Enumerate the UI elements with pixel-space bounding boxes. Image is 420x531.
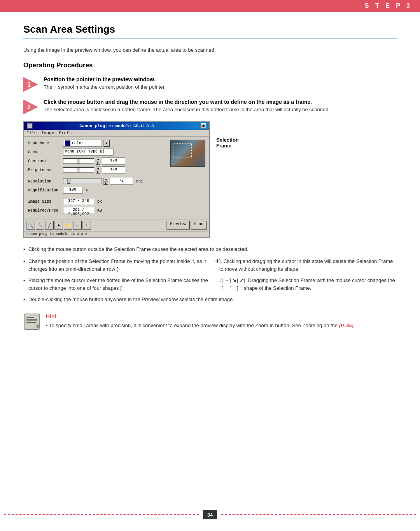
preview-placeholder <box>171 140 205 167</box>
magnification-control: 100 % <box>63 187 167 194</box>
bullet-2: Change the position of the Selection Fra… <box>23 258 397 273</box>
dialog-title: Canon plug-in module CS-U 3.3 <box>33 124 201 128</box>
page-number: 34 <box>203 510 217 519</box>
image-preview <box>170 140 205 167</box>
scan-btn[interactable]: Scan <box>191 221 207 230</box>
required-free-value: 261 / 2,095,992 <box>63 207 94 214</box>
dialog-toolbar: 🔍 🔍 ╱ ▲ 📁 ⇦ ⇩ Preview Scan <box>24 219 209 231</box>
gamma-control: Menu (CRT Type B) <box>63 149 167 156</box>
step-2-icon: 2 <box>23 100 38 114</box>
hint-text: • To specify small areas with precision,… <box>46 322 355 329</box>
menu-image[interactable]: Image <box>41 131 54 135</box>
step-2-title: Click the mouse button and drag the mous… <box>44 99 330 105</box>
resolution-row: Resolution ◄ ► 72 dpi <box>28 178 167 185</box>
brightness-label: Brightness <box>28 168 63 172</box>
required-free-label: Required/Free <box>28 209 63 213</box>
contrast-row: Contrast ◄ ► 128 <box>28 158 167 165</box>
dropdown-arrow[interactable]: ▼ <box>103 140 110 147</box>
page-title: Scan Area Settings <box>23 23 397 35</box>
contrast-arrows[interactable]: ◄ ► <box>96 158 100 165</box>
image-size-control: 357 × 248 px <box>63 198 167 205</box>
fill-btn[interactable]: ▲ <box>54 221 63 230</box>
intro-text: Using the image in the preview window, y… <box>23 47 397 53</box>
dialog-titlebar: _ Canon plug-in module CS-U 3.3 ■ <box>24 122 209 130</box>
magnification-value[interactable]: 100 <box>63 187 82 194</box>
dialog-min-btn[interactable]: _ <box>27 123 33 129</box>
contrast-label: Contrast <box>28 159 63 163</box>
image-size-unit: px <box>97 200 102 204</box>
svg-marker-0 <box>23 77 38 92</box>
resolution-label: Resolution <box>28 179 63 184</box>
svg-rect-7 <box>26 322 36 323</box>
brightness-row: Brightness ◄ ► 128 <box>28 166 167 173</box>
dialog-window: _ Canon plug-in module CS-U 3.3 ■ File I… <box>23 121 210 238</box>
zoom-out-btn[interactable]: 🔍 <box>36 221 44 230</box>
brightness-arrows[interactable]: ◄ ► <box>96 166 100 173</box>
brightness-value[interactable]: 128 <box>102 166 125 173</box>
magnification-unit: % <box>86 188 88 193</box>
scan-mode-value: Color <box>72 141 84 145</box>
image-size-label: Image Size <box>28 200 63 204</box>
dialog-body: Scan Mode Color ▼ Gamma <box>24 137 209 219</box>
pencil-btn[interactable]: ╱ <box>45 221 54 230</box>
magnification-row: Magnification 100 % <box>28 187 167 194</box>
selection-frame-label-text: Selection Frame <box>216 137 239 149</box>
zoom-in-btn[interactable]: 🔍 <box>26 221 35 230</box>
hint-title: Hint <box>46 313 355 319</box>
image-size-value[interactable]: 357 × 248 <box>63 198 94 205</box>
svg-marker-2 <box>23 100 38 114</box>
selection-frame-line1: Selection <box>216 137 239 143</box>
footer-dashes-right <box>221 514 416 515</box>
step-header: S T E P 3 <box>0 0 420 12</box>
page-footer: 34 <box>0 510 420 519</box>
gamma-row: Gamma Menu (CRT Type B) <box>28 149 167 156</box>
scan-mode-row: Scan Mode Color ▼ <box>28 140 167 147</box>
step-label: S T E P 3 <box>365 2 412 9</box>
scan-mode-control: Color ▼ <box>63 140 167 147</box>
tool6-btn[interactable]: ⇩ <box>82 221 91 230</box>
step-2-desc: The selected area is enclosed in a dotte… <box>44 107 330 112</box>
brightness-slider[interactable] <box>63 167 94 173</box>
title-divider <box>23 39 397 39</box>
resolution-value[interactable]: 72 <box>110 178 133 185</box>
dialog-statusbar: Canon plug-in module CS-U 3.3 <box>24 231 209 237</box>
hint-link: (P. 35) <box>339 322 354 328</box>
selection-frame-visual <box>173 143 192 158</box>
magnification-label: Magnification <box>28 188 63 193</box>
preview-btn[interactable]: Preview <box>166 221 190 230</box>
color-indicator <box>65 140 70 146</box>
required-free-unit: KB <box>97 209 102 213</box>
statusbar-text: Canon plug-in module CS-U 3.3 <box>26 232 88 236</box>
bullet-list: Clicking the mouse button outside the Se… <box>23 245 397 304</box>
contrast-value[interactable]: 128 <box>102 158 125 165</box>
resolution-control: ◄ ► 72 dpi <box>63 178 167 185</box>
dialog-menubar: File Image Prefs <box>24 130 209 137</box>
menu-prefs[interactable]: Prefs <box>59 131 72 135</box>
svg-rect-6 <box>26 319 37 321</box>
svg-rect-5 <box>26 317 34 318</box>
section-heading: Operating Procedures <box>23 61 397 69</box>
resolution-unit: dpi <box>136 179 143 184</box>
hint-icon <box>23 313 40 330</box>
folder-btn[interactable]: 📁 <box>64 221 72 230</box>
bullet-1: Clicking the mouse button outside the Se… <box>23 245 397 254</box>
step-1-item: 1 Position the pointer in the preview wi… <box>23 76 397 92</box>
gamma-label: Gamma <box>28 150 63 154</box>
step-2-item: 2 Click the mouse button and drag the mo… <box>23 99 397 114</box>
menu-file[interactable]: File <box>26 131 37 135</box>
image-size-row: Image Size 357 × 248 px <box>28 198 167 205</box>
scan-mode-select[interactable]: Color <box>63 140 102 147</box>
resolution-arrows[interactable]: ◄ ► <box>103 178 108 185</box>
step-1-icon: 1 <box>23 77 38 92</box>
contrast-control: ◄ ► 128 <box>63 158 167 165</box>
gamma-value[interactable]: Menu (CRT Type B) <box>63 149 114 156</box>
footer-dashes-left <box>4 514 199 515</box>
step-1-desc: The + symbol marks the current position … <box>44 84 166 90</box>
dialog-close-btn[interactable]: ■ <box>201 123 206 129</box>
resolution-slider[interactable] <box>63 179 102 184</box>
contrast-slider[interactable] <box>63 158 94 164</box>
step-1-title: Position the pointer in the preview wind… <box>44 76 166 82</box>
svg-text:1: 1 <box>27 81 31 88</box>
tool5-btn[interactable]: ⇦ <box>73 221 82 230</box>
step-2-body: Click the mouse button and drag the mous… <box>44 99 330 112</box>
